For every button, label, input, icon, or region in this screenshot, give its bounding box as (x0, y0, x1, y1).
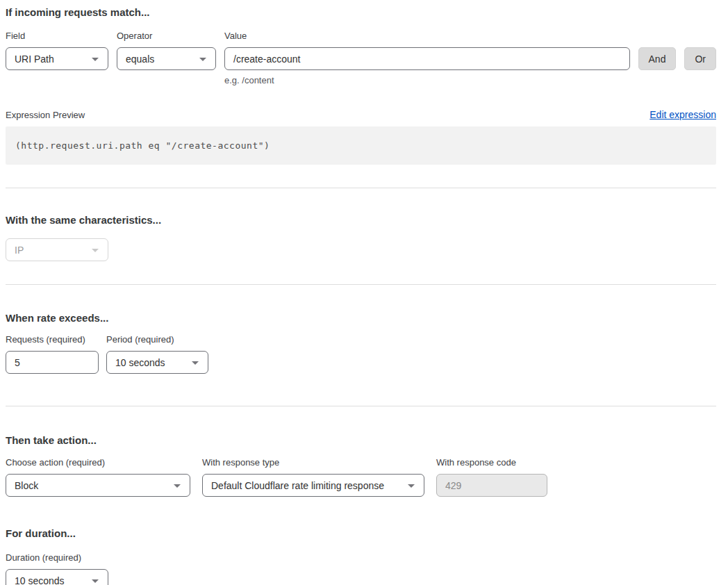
value-label: Value (224, 30, 630, 42)
logic-buttons: And Or (638, 30, 716, 87)
requests-input[interactable] (6, 351, 99, 374)
section-characteristics: With the same characteristics... IP (6, 213, 716, 261)
chevron-down-icon (192, 361, 199, 365)
section-heading-action: Then take action... (6, 434, 716, 447)
and-button[interactable]: And (638, 47, 677, 70)
period-select[interactable]: 10 seconds (106, 351, 208, 374)
operator-select-value: equals (126, 53, 154, 65)
response-code-input (436, 474, 547, 497)
response-type-select[interactable]: Default Cloudflare rate limiting respons… (202, 474, 424, 497)
expression-preview-box: (http.request.uri.path eq "/create-accou… (6, 126, 716, 165)
field-select-value: URI Path (15, 53, 54, 65)
chevron-down-icon (92, 58, 99, 61)
field-select[interactable]: URI Path (6, 47, 108, 70)
expression-preview-header: Expression Preview Edit expression (6, 109, 716, 122)
characteristic-select: IP (6, 238, 108, 261)
choose-action-select-value: Block (15, 480, 38, 491)
section-divider (6, 284, 716, 285)
or-button[interactable]: Or (684, 47, 716, 70)
requests-label: Requests (required) (6, 333, 99, 346)
expression-preview-block: Expression Preview Edit expression (http… (6, 109, 716, 165)
response-type-select-value: Default Cloudflare rate limiting respons… (211, 480, 384, 491)
response-code-label: With response code (436, 456, 547, 469)
action-row: Choose action (required) Block With resp… (6, 456, 716, 497)
field-column: Field URI Path (6, 30, 108, 87)
requests-column: Requests (required) (6, 333, 99, 374)
operator-select[interactable]: equals (117, 47, 216, 70)
edit-expression-link[interactable]: Edit expression (650, 109, 716, 120)
section-divider (6, 188, 716, 188)
chevron-down-icon (92, 579, 99, 583)
response-code-column: With response code (436, 456, 547, 497)
response-type-column: With response type Default Cloudflare ra… (202, 456, 424, 497)
duration-label: Duration (required) (6, 552, 108, 564)
response-type-label: With response type (202, 456, 424, 469)
chevron-down-icon (174, 484, 181, 488)
chevron-down-icon (199, 58, 206, 61)
characteristic-select-value: IP (15, 245, 24, 256)
expression-preview-label: Expression Preview (6, 109, 85, 122)
section-heading-match: If incoming requests match... (6, 6, 716, 19)
duration-column: Duration (required) 10 seconds (6, 552, 108, 585)
duration-select-value: 10 seconds (15, 575, 65, 585)
chevron-down-icon (92, 249, 99, 252)
rate-row: Requests (required) Period (required) 10… (6, 333, 716, 374)
chevron-down-icon (408, 484, 415, 488)
value-helper-text: e.g. /content (224, 74, 630, 87)
section-heading-duration: For duration... (6, 527, 716, 541)
section-duration: For duration... Duration (required) 10 s… (6, 527, 716, 585)
value-column: Value e.g. /content (224, 30, 630, 87)
section-heading-characteristics: With the same characteristics... (6, 213, 716, 227)
match-condition-row: Field URI Path Operator equals Value e.g… (6, 30, 716, 87)
operator-column: Operator equals (117, 30, 216, 87)
duration-select[interactable]: 10 seconds (6, 569, 108, 585)
choose-action-label: Choose action (required) (6, 456, 190, 469)
section-divider (6, 406, 716, 406)
expression-code: (http.request.uri.path eq "/create-accou… (15, 140, 270, 151)
choose-action-select[interactable]: Block (6, 474, 190, 497)
value-input[interactable] (224, 47, 630, 70)
choose-action-column: Choose action (required) Block (6, 456, 190, 497)
period-column: Period (required) 10 seconds (106, 333, 208, 374)
field-label: Field (6, 30, 108, 42)
section-heading-rate: When rate exceeds... (6, 311, 716, 325)
period-label: Period (required) (106, 333, 208, 346)
section-incoming-requests: If incoming requests match... Field URI … (6, 6, 716, 165)
section-action: Then take action... Choose action (requi… (6, 434, 716, 497)
operator-label: Operator (117, 30, 216, 42)
period-select-value: 10 seconds (115, 357, 165, 368)
section-rate: When rate exceeds... Requests (required)… (6, 311, 716, 374)
